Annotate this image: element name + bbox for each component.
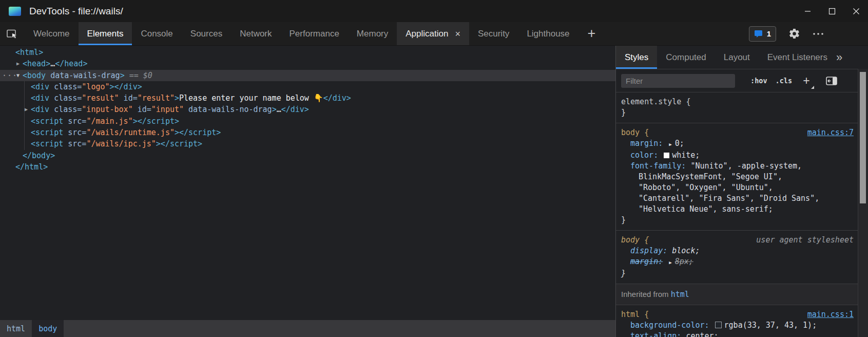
styles-filter-input[interactable] (621, 74, 735, 88)
toggle-pseudo-state-button[interactable]: :hov (750, 77, 767, 85)
css-property-value[interactable]: white; (672, 151, 700, 160)
rule-selector-row: element.style { (616, 97, 858, 107)
breadcrumb-html[interactable]: html (0, 320, 32, 337)
tab-security[interactable]: Security (469, 22, 518, 45)
css-property-row: background-color: rgba(33, 37, 43, 1); (616, 320, 858, 331)
sidebar-tab-event-listeners[interactable]: Event Listeners (759, 46, 836, 69)
color-swatch[interactable] (664, 153, 669, 158)
feedback-badge[interactable]: 1 (749, 26, 776, 42)
dom-tree-row[interactable]: ▶<div class="input-box" id="input" data-… (0, 104, 615, 115)
more-tools-button[interactable]: + (578, 22, 605, 45)
dom-tree-row[interactable]: <div class="logo"></div> (0, 81, 615, 92)
sidebar-tab-layout[interactable]: Layout (715, 46, 759, 69)
toggle-sidebar-button[interactable] (826, 77, 837, 85)
rule-close-row: } (616, 107, 858, 118)
css-property-row: font-family: "Nunito", -apple-system, (616, 161, 858, 172)
new-style-rule-button[interactable]: + (800, 75, 813, 87)
css-property-value[interactable]: center; (686, 331, 718, 337)
css-property-name[interactable]: margin: (630, 139, 663, 148)
rule-selector[interactable]: body { (621, 235, 649, 246)
color-swatch[interactable] (715, 322, 722, 328)
more-options-button[interactable] (813, 32, 824, 35)
tab-welcome[interactable]: Welcome (25, 22, 79, 45)
tab-performance[interactable]: Performance (281, 22, 348, 45)
minimize-button[interactable] (796, 0, 820, 22)
css-property-name[interactable]: font-family: (630, 161, 686, 171)
css-property-value[interactable]: 8px; (675, 257, 693, 266)
inspect-icon (6, 28, 19, 40)
dom-tree-row[interactable]: <script src="/wails/runtime.js"></script… (0, 127, 615, 138)
css-property-name[interactable]: color: (630, 151, 658, 160)
stylesheet-link[interactable]: main.css:7 (807, 127, 854, 138)
collapse-arrow-icon[interactable]: ▼ (14, 70, 22, 81)
css-property-name[interactable]: display: (630, 246, 667, 255)
close-button[interactable] (844, 0, 868, 22)
expand-arrow-icon[interactable]: ▶ (23, 104, 30, 115)
tab-console[interactable]: Console (132, 22, 181, 45)
tab-elements[interactable]: Elements (79, 22, 132, 45)
style-rule-section: element.style {} (616, 92, 858, 123)
css-property-value[interactable]: "Nunito", -apple-system, (690, 161, 802, 171)
css-property-name[interactable]: background-color: (630, 321, 709, 330)
dom-tree-row[interactable]: <div class="result" id="result">Please e… (0, 92, 615, 104)
styles-scrollbar-track[interactable] (858, 69, 868, 337)
sidebar-tab-styles[interactable]: Styles (616, 46, 657, 69)
rule-selector[interactable]: body { (621, 127, 649, 138)
css-property-value[interactable]: rgba(33, 37, 43, 1); (724, 321, 817, 330)
tab-label: Computed (666, 52, 706, 63)
tab-sources[interactable]: Sources (182, 22, 231, 45)
styles-sidebar: StylesComputedLayoutEvent Listeners» :ho… (616, 46, 868, 337)
tab-label: Sources (190, 29, 222, 39)
expand-longhand-icon[interactable]: ▶ (669, 260, 671, 265)
css-property-name[interactable]: margin: (630, 257, 663, 266)
dom-tree-row[interactable]: <script src="/wails/ipc.js"></script> (0, 138, 615, 149)
dom-tree-row[interactable]: </html> (0, 161, 615, 173)
css-property-row: text-align: center; (616, 331, 858, 337)
element-breadcrumbs: htmlbody (0, 320, 615, 337)
tab-memory[interactable]: Memory (348, 22, 397, 45)
css-property-name[interactable]: text-align: (630, 331, 681, 337)
chat-bubble-icon (754, 30, 763, 38)
inspect-element-button[interactable] (0, 22, 25, 45)
toolbar-right-actions: 1 (749, 22, 868, 45)
styles-scrollbar-thumb[interactable] (860, 72, 866, 203)
tab-network[interactable]: Network (231, 22, 280, 45)
dock-panel-icon (826, 77, 837, 85)
style-rule-section: Inherited from html (616, 284, 858, 305)
close-tab-icon[interactable]: × (455, 29, 460, 39)
maximize-icon (828, 8, 836, 15)
inherited-from-element-link[interactable]: html (671, 290, 689, 299)
stylesheet-link[interactable]: main.css:1 (807, 309, 854, 320)
tab-label: Memory (357, 29, 388, 39)
expand-longhand-icon[interactable]: ▶ (669, 142, 671, 147)
expand-arrow-icon[interactable]: ▶ (14, 58, 22, 69)
rule-selector[interactable]: element.style { (621, 97, 690, 106)
sidebar-tabs-overflow-button[interactable]: » (836, 46, 842, 69)
css-property-value[interactable]: block; (672, 246, 700, 255)
style-rule-section: body {user agent stylesheetdisplay: bloc… (616, 231, 858, 284)
maximize-button[interactable] (820, 0, 844, 22)
settings-button[interactable] (788, 28, 800, 40)
dom-tree: <html>▶<head>…</head>···▼<body data-wail… (0, 46, 615, 320)
dom-tree-row[interactable]: </body> (0, 150, 615, 161)
css-value-continuation: "Cantarell", "Fira Sans", "Droid Sans", (616, 193, 858, 204)
inherited-from-row: Inherited from html (616, 289, 858, 300)
dom-tree-row[interactable]: <script src="/main.js"></script> (0, 116, 615, 127)
toggle-element-classes-button[interactable]: .cls (776, 77, 793, 85)
tab-label: Performance (290, 29, 339, 39)
rule-selector[interactable]: html { (621, 309, 649, 320)
css-value-continuation: "Roboto", "Oxygen", "Ubuntu", (616, 182, 858, 193)
tab-application[interactable]: Application× (397, 22, 469, 45)
main-toolbar: WelcomeElementsConsoleSourcesNetworkPerf… (0, 22, 868, 46)
css-value-continuation: "Helvetica Neue", sans-serif; (616, 204, 858, 215)
breadcrumb-body[interactable]: body (32, 320, 64, 337)
dom-tree-row[interactable]: ···▼<body data-wails-drag> == $0 (0, 70, 615, 81)
tab-label: Security (478, 29, 509, 39)
close-icon (853, 8, 860, 15)
sidebar-tab-computed[interactable]: Computed (657, 46, 715, 69)
dom-tree-row[interactable]: <html> (0, 47, 615, 58)
dom-tree-row[interactable]: ▶<head>…</head> (0, 58, 615, 69)
css-property-value[interactable]: 0; (675, 139, 684, 148)
panel-tab-strip: WelcomeElementsConsoleSourcesNetworkPerf… (25, 22, 578, 45)
tab-lighthouse[interactable]: Lighthouse (518, 22, 578, 45)
